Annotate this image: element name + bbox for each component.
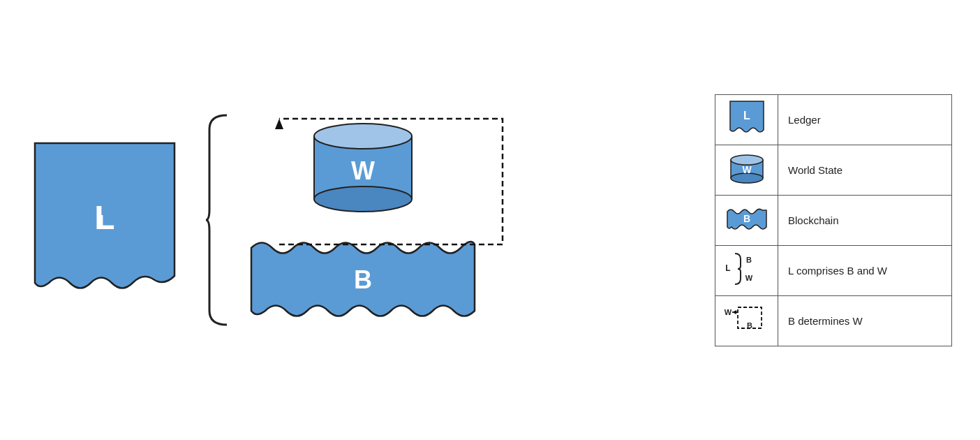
svg-text:B: B	[747, 321, 752, 330]
legend-world-state-label: World State	[778, 145, 952, 195]
svg-text:L: L	[743, 110, 750, 122]
svg-text:B: B	[354, 265, 372, 294]
brace-section: W B	[202, 108, 482, 332]
legend-world-state-icon-cell: W	[715, 145, 778, 195]
legend-ledger-label: Ledger	[778, 94, 952, 145]
legend-row-determines: W B B determines W	[715, 295, 952, 346]
svg-text:W: W	[351, 156, 375, 185]
svg-point-2	[314, 186, 412, 212]
svg-text:W: W	[745, 274, 752, 282]
legend-determines-icon-cell: W B	[715, 295, 778, 346]
svg-text:W: W	[724, 308, 732, 316]
legend-row-ledger: L Ledger	[715, 94, 952, 145]
legend-container: L Ledger W World State	[715, 94, 952, 346]
wb-column: W B	[244, 115, 482, 325]
legend-row-comprises: L B W L comprises B and W	[715, 245, 952, 295]
svg-text:W: W	[742, 164, 752, 175]
legend-row-world-state: W World State	[715, 145, 952, 195]
legend-determines-label: B determines W	[778, 295, 952, 346]
legend-comprises-label: L comprises B and W	[778, 245, 952, 295]
svg-text:L: L	[725, 263, 730, 273]
svg-marker-18	[732, 310, 736, 314]
main-container: L L W	[0, 0, 980, 440]
legend-row-blockchain: B Blockchain	[715, 195, 952, 245]
legend-blockchain-icon-cell: B	[715, 195, 778, 245]
legend-ledger-icon-cell: L	[715, 94, 778, 145]
ledger-label: L	[98, 211, 110, 233]
blockchain-shape: B	[244, 234, 482, 325]
legend-table: L Ledger W World State	[715, 94, 952, 346]
legend-blockchain-label: Blockchain	[778, 195, 952, 245]
svg-text:B: B	[746, 256, 752, 264]
svg-point-3	[314, 124, 412, 149]
world-state-cylinder: W	[307, 115, 419, 213]
ledger-shape: L L	[28, 136, 181, 304]
svg-text:B: B	[743, 213, 750, 224]
legend-comprises-icon-cell: L B W	[715, 245, 778, 295]
